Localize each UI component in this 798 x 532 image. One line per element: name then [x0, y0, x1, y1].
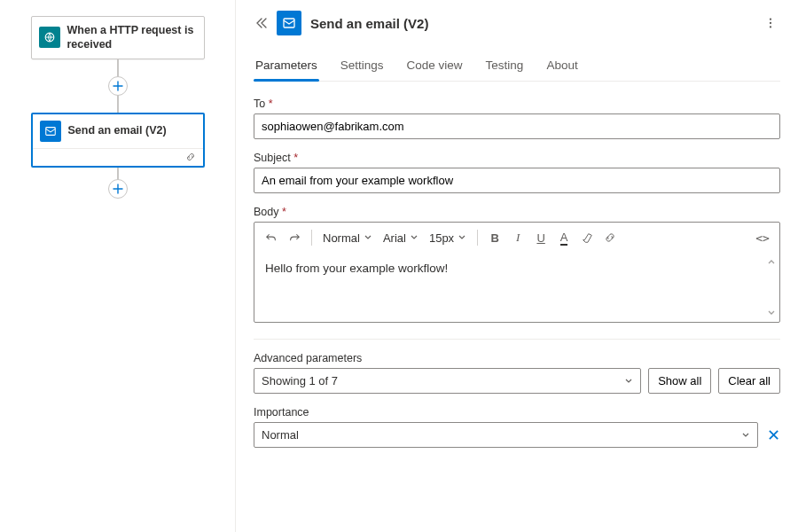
outlook-icon: [40, 121, 61, 142]
subject-input[interactable]: [254, 168, 780, 193]
tab-settings[interactable]: Settings: [339, 51, 386, 81]
node-send-email[interactable]: Send an email (V2): [31, 113, 205, 168]
body-content: Hello from your example workflow!: [265, 262, 448, 275]
highlight-button[interactable]: [577, 228, 597, 247]
advanced-label: Advanced parameters: [254, 352, 780, 364]
tab-parameters[interactable]: Parameters: [254, 51, 319, 81]
tabs: Parameters Settings Code view Testing Ab…: [254, 51, 780, 82]
connector-line: [117, 59, 119, 77]
http-icon: [39, 27, 60, 48]
show-all-button[interactable]: Show all: [648, 368, 711, 394]
redo-button[interactable]: [285, 228, 304, 247]
chevron-down-icon: [741, 431, 750, 440]
size-select[interactable]: 15px: [426, 231, 470, 245]
to-label: To *: [254, 98, 780, 110]
font-color-button[interactable]: A: [554, 228, 574, 247]
remove-importance-button[interactable]: ✕: [767, 427, 780, 443]
add-step-button-1[interactable]: [108, 76, 128, 96]
body-label: Body *: [254, 206, 780, 218]
body-textarea[interactable]: Hello from your example workflow!: [254, 253, 779, 322]
clear-all-button[interactable]: Clear all: [718, 368, 780, 394]
bold-button[interactable]: B: [485, 228, 505, 247]
connector-line: [117, 95, 119, 113]
action-panel: Send an email (V2) Parameters Settings C…: [235, 0, 798, 532]
node-http-trigger[interactable]: When a HTTP request is received: [31, 16, 205, 59]
tab-testing[interactable]: Testing: [484, 51, 526, 81]
style-select[interactable]: Normal: [319, 231, 376, 245]
collapse-panel-button[interactable]: [254, 16, 268, 30]
svg-point-3: [770, 18, 771, 20]
to-input[interactable]: [254, 113, 780, 139]
svg-point-5: [770, 26, 771, 27]
importance-label: Importance: [254, 406, 780, 419]
connector-line: [117, 168, 119, 180]
body-editor: Normal Arial 15px B I U A <> Hello from …: [254, 222, 780, 323]
node-http-label: When a HTTP request is received: [67, 23, 197, 52]
tab-code-view[interactable]: Code view: [405, 51, 465, 81]
add-step-button-2[interactable]: [108, 179, 128, 199]
divider: [254, 339, 780, 340]
advanced-showing-text: Showing 1 of 7: [262, 374, 338, 387]
code-toggle-button[interactable]: <>: [753, 228, 772, 247]
workflow-canvas: When a HTTP request is received Send an …: [0, 0, 235, 532]
more-menu-button[interactable]: [761, 13, 780, 33]
subject-label: Subject *: [254, 152, 780, 164]
node-email-label: Send an email (V2): [68, 123, 167, 137]
importance-select[interactable]: Normal: [254, 422, 758, 448]
link-button[interactable]: [600, 228, 620, 247]
svg-point-4: [770, 22, 771, 24]
font-select[interactable]: Arial: [379, 231, 422, 245]
separator: [477, 230, 478, 246]
advanced-dropdown[interactable]: Showing 1 of 7: [254, 368, 641, 394]
tab-about[interactable]: About: [544, 51, 579, 81]
panel-title: Send an email (V2): [310, 16, 752, 31]
outlook-icon: [277, 11, 301, 35]
chevron-down-icon: [624, 377, 633, 386]
link-icon: [185, 152, 196, 162]
importance-value: Normal: [262, 428, 299, 442]
italic-button[interactable]: I: [508, 228, 528, 247]
scrollbar[interactable]: [767, 258, 776, 317]
undo-button[interactable]: [262, 228, 281, 247]
underline-button[interactable]: U: [531, 228, 551, 247]
separator: [311, 230, 312, 246]
svg-rect-1: [45, 127, 55, 135]
svg-rect-2: [284, 19, 294, 27]
